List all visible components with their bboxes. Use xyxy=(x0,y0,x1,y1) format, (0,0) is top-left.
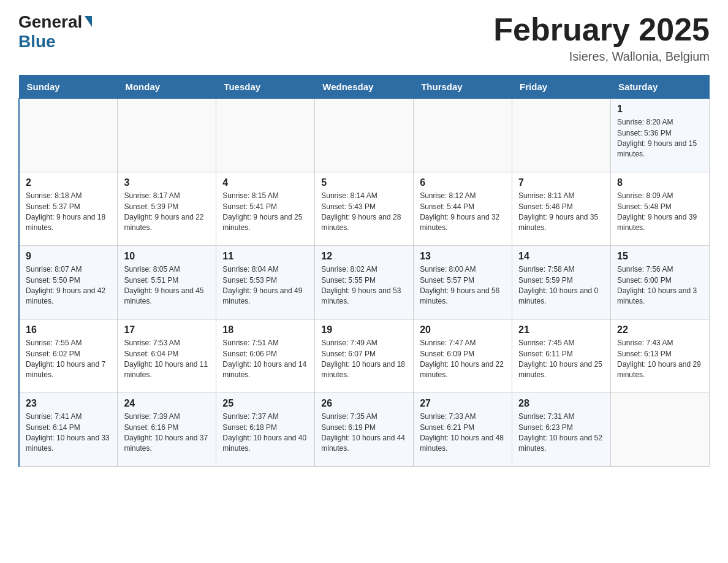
day-header-tuesday: Tuesday xyxy=(216,75,315,99)
day-number: 26 xyxy=(321,398,407,409)
day-info: Sunrise: 7:33 AMSunset: 6:21 PMDaylight:… xyxy=(420,412,506,454)
calendar-cell xyxy=(512,99,611,172)
calendar-cell: 12Sunrise: 8:02 AMSunset: 5:55 PMDayligh… xyxy=(315,246,414,320)
day-number: 14 xyxy=(518,251,604,262)
day-info: Sunrise: 7:53 AMSunset: 6:04 PMDaylight:… xyxy=(124,338,210,381)
calendar-cell: 16Sunrise: 7:55 AMSunset: 6:02 PMDayligh… xyxy=(19,320,118,393)
calendar-cell: 10Sunrise: 8:05 AMSunset: 5:51 PMDayligh… xyxy=(118,246,216,320)
day-info: Sunrise: 8:05 AMSunset: 5:51 PMDaylight:… xyxy=(124,264,210,307)
calendar-cell: 5Sunrise: 8:14 AMSunset: 5:43 PMDaylight… xyxy=(315,172,414,246)
day-info: Sunrise: 7:49 AMSunset: 6:07 PMDaylight:… xyxy=(321,338,407,381)
day-info: Sunrise: 8:02 AMSunset: 5:55 PMDaylight:… xyxy=(321,264,407,307)
day-info: Sunrise: 7:31 AMSunset: 6:23 PMDaylight:… xyxy=(518,412,604,454)
day-info: Sunrise: 8:04 AMSunset: 5:53 PMDaylight:… xyxy=(222,264,308,307)
month-title: February 2025 xyxy=(493,12,710,47)
calendar-cell: 15Sunrise: 7:56 AMSunset: 6:00 PMDayligh… xyxy=(611,246,710,320)
day-info: Sunrise: 7:35 AMSunset: 6:19 PMDaylight:… xyxy=(321,412,407,454)
calendar-week-row: 2Sunrise: 8:18 AMSunset: 5:37 PMDaylight… xyxy=(19,172,710,246)
day-number: 1 xyxy=(617,104,703,115)
day-info: Sunrise: 7:58 AMSunset: 5:59 PMDaylight:… xyxy=(518,264,604,307)
calendar-week-row: 23Sunrise: 7:41 AMSunset: 6:14 PMDayligh… xyxy=(19,393,710,467)
calendar-cell: 23Sunrise: 7:41 AMSunset: 6:14 PMDayligh… xyxy=(19,393,118,467)
day-number: 21 xyxy=(518,324,604,335)
day-info: Sunrise: 8:15 AMSunset: 5:41 PMDaylight:… xyxy=(222,191,308,234)
calendar-cell: 24Sunrise: 7:39 AMSunset: 6:16 PMDayligh… xyxy=(118,393,216,467)
logo-blue-text: Blue xyxy=(18,32,56,51)
calendar-cell: 3Sunrise: 8:17 AMSunset: 5:39 PMDaylight… xyxy=(118,172,216,246)
calendar-cell xyxy=(19,99,118,172)
calendar-cell: 6Sunrise: 8:12 AMSunset: 5:44 PMDaylight… xyxy=(414,172,512,246)
calendar-cell: 11Sunrise: 8:04 AMSunset: 5:53 PMDayligh… xyxy=(216,246,315,320)
calendar-cell: 26Sunrise: 7:35 AMSunset: 6:19 PMDayligh… xyxy=(315,393,414,467)
calendar-cell: 21Sunrise: 7:45 AMSunset: 6:11 PMDayligh… xyxy=(512,320,611,393)
calendar-cell xyxy=(216,99,315,172)
calendar-cell: 28Sunrise: 7:31 AMSunset: 6:23 PMDayligh… xyxy=(512,393,611,467)
day-info: Sunrise: 8:14 AMSunset: 5:43 PMDaylight:… xyxy=(321,191,407,234)
day-number: 15 xyxy=(617,251,703,262)
day-info: Sunrise: 7:41 AMSunset: 6:14 PMDaylight:… xyxy=(26,412,111,454)
logo-arrow-icon xyxy=(85,16,92,27)
day-info: Sunrise: 8:20 AMSunset: 5:36 PMDaylight:… xyxy=(617,117,703,160)
calendar-cell: 18Sunrise: 7:51 AMSunset: 6:06 PMDayligh… xyxy=(216,320,315,393)
calendar-week-row: 16Sunrise: 7:55 AMSunset: 6:02 PMDayligh… xyxy=(19,320,710,393)
day-info: Sunrise: 8:18 AMSunset: 5:37 PMDaylight:… xyxy=(26,191,111,234)
day-header-sunday: Sunday xyxy=(19,75,118,99)
calendar-cell xyxy=(315,99,414,172)
calendar-cell: 19Sunrise: 7:49 AMSunset: 6:07 PMDayligh… xyxy=(315,320,414,393)
day-header-monday: Monday xyxy=(118,75,216,99)
day-number: 7 xyxy=(518,177,604,188)
title-block: February 2025 Isieres, Wallonia, Belgium xyxy=(493,12,710,64)
day-number: 3 xyxy=(124,177,210,188)
day-number: 4 xyxy=(222,177,308,188)
day-number: 2 xyxy=(26,177,111,188)
calendar-cell: 20Sunrise: 7:47 AMSunset: 6:09 PMDayligh… xyxy=(414,320,512,393)
day-info: Sunrise: 7:43 AMSunset: 6:13 PMDaylight:… xyxy=(617,338,703,381)
calendar-cell: 4Sunrise: 8:15 AMSunset: 5:41 PMDaylight… xyxy=(216,172,315,246)
calendar-week-row: 1Sunrise: 8:20 AMSunset: 5:36 PMDaylight… xyxy=(19,99,710,172)
day-info: Sunrise: 7:37 AMSunset: 6:18 PMDaylight:… xyxy=(222,412,308,454)
day-info: Sunrise: 7:45 AMSunset: 6:11 PMDaylight:… xyxy=(518,338,604,381)
day-header-thursday: Thursday xyxy=(414,75,512,99)
day-number: 5 xyxy=(321,177,407,188)
day-number: 11 xyxy=(222,251,308,262)
day-number: 8 xyxy=(617,177,703,188)
day-info: Sunrise: 7:55 AMSunset: 6:02 PMDaylight:… xyxy=(26,338,111,381)
logo: General Blue xyxy=(18,12,92,52)
day-header-wednesday: Wednesday xyxy=(315,75,414,99)
day-number: 17 xyxy=(124,324,210,335)
calendar-cell: 1Sunrise: 8:20 AMSunset: 5:36 PMDaylight… xyxy=(611,99,710,172)
calendar-cell: 17Sunrise: 7:53 AMSunset: 6:04 PMDayligh… xyxy=(118,320,216,393)
day-header-friday: Friday xyxy=(512,75,611,99)
calendar-cell: 27Sunrise: 7:33 AMSunset: 6:21 PMDayligh… xyxy=(414,393,512,467)
page-header: General Blue February 2025 Isieres, Wall… xyxy=(18,12,710,64)
calendar-week-row: 9Sunrise: 8:07 AMSunset: 5:50 PMDaylight… xyxy=(19,246,710,320)
day-info: Sunrise: 7:47 AMSunset: 6:09 PMDaylight:… xyxy=(420,338,506,381)
day-number: 9 xyxy=(26,251,111,262)
location-text: Isieres, Wallonia, Belgium xyxy=(493,50,710,64)
day-header-saturday: Saturday xyxy=(611,75,710,99)
logo-general-text: General xyxy=(18,12,82,32)
calendar-table: SundayMondayTuesdayWednesdayThursdayFrid… xyxy=(18,75,710,467)
day-number: 18 xyxy=(222,324,308,335)
calendar-cell xyxy=(118,99,216,172)
day-info: Sunrise: 8:11 AMSunset: 5:46 PMDaylight:… xyxy=(518,191,604,234)
day-number: 12 xyxy=(321,251,407,262)
calendar-cell: 13Sunrise: 8:00 AMSunset: 5:57 PMDayligh… xyxy=(414,246,512,320)
day-number: 13 xyxy=(420,251,506,262)
calendar-cell: 22Sunrise: 7:43 AMSunset: 6:13 PMDayligh… xyxy=(611,320,710,393)
day-number: 10 xyxy=(124,251,210,262)
day-number: 20 xyxy=(420,324,506,335)
day-info: Sunrise: 7:39 AMSunset: 6:16 PMDaylight:… xyxy=(124,412,210,454)
logo-text: General xyxy=(18,12,92,32)
day-number: 22 xyxy=(617,324,703,335)
calendar-cell: 25Sunrise: 7:37 AMSunset: 6:18 PMDayligh… xyxy=(216,393,315,467)
calendar-cell xyxy=(414,99,512,172)
calendar-cell: 8Sunrise: 8:09 AMSunset: 5:48 PMDaylight… xyxy=(611,172,710,246)
day-info: Sunrise: 8:12 AMSunset: 5:44 PMDaylight:… xyxy=(420,191,506,234)
day-number: 23 xyxy=(26,398,111,409)
day-info: Sunrise: 8:17 AMSunset: 5:39 PMDaylight:… xyxy=(124,191,210,234)
day-info: Sunrise: 7:56 AMSunset: 6:00 PMDaylight:… xyxy=(617,264,703,307)
day-info: Sunrise: 7:51 AMSunset: 6:06 PMDaylight:… xyxy=(222,338,308,381)
day-number: 16 xyxy=(26,324,111,335)
day-info: Sunrise: 8:00 AMSunset: 5:57 PMDaylight:… xyxy=(420,264,506,307)
